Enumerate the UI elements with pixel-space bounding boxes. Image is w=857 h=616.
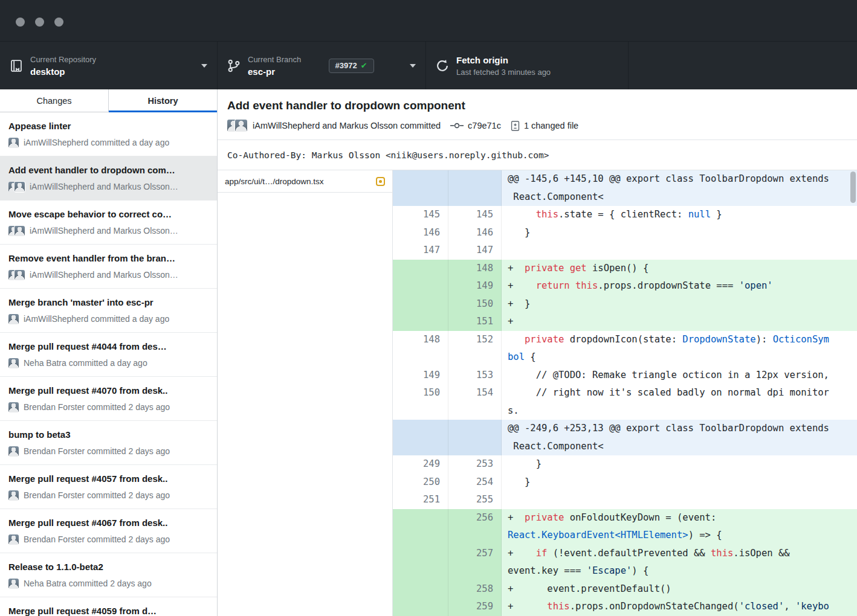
commit-meta: Brendan Forster committed 2 days ago <box>8 534 209 545</box>
avatar-group <box>8 446 19 457</box>
commit-list-item[interactable]: Move escape behavior to correct co…iAmWi… <box>0 201 217 245</box>
avatar-group <box>227 120 247 132</box>
old-line-number <box>393 598 448 616</box>
sidebar-tabs: Changes History <box>0 89 217 112</box>
diff-row-ctx: 249253 } <box>393 455 857 473</box>
branch-name: esc-pr <box>248 66 301 77</box>
commit-title: Merge pull request #4070 from desk.. <box>8 385 209 397</box>
old-line-number: 146 <box>393 224 448 242</box>
repo-icon <box>10 59 23 72</box>
old-line-number <box>393 509 448 545</box>
diff-code-line: @@ -145,6 +145,10 @@ export class Toolba… <box>502 170 857 206</box>
diff-code-line <box>502 242 857 260</box>
commit-list-item[interactable]: Merge pull request #4044 from des…Neha B… <box>0 333 217 377</box>
commit-meta-text: iAmWillShepherd and Markus Olsson… <box>30 269 178 281</box>
commit-title: Appease linter <box>8 120 209 132</box>
new-line-number: 145 <box>448 206 502 224</box>
toolbar-spacer <box>629 42 857 89</box>
diff-row-hunk: @@ -145,6 +145,10 @@ export class Toolba… <box>393 170 857 206</box>
fetch-origin-button[interactable]: Fetch origin Last fetched 3 minutes ago <box>426 42 629 89</box>
diff-row-add: 256+ private onFoldoutKeyDown = (event: … <box>393 509 857 545</box>
fetch-subtitle: Last fetched 3 minutes ago <box>456 68 551 77</box>
commit-meta-text: Brendan Forster committed 2 days ago <box>24 446 170 457</box>
new-line-number <box>448 170 502 206</box>
repository-name: desktop <box>30 66 96 77</box>
commit-list: Appease linteriAmWillShepherd committed … <box>0 112 217 616</box>
old-line-number <box>393 313 448 331</box>
commit-meta-text: Neha Batra committed a day ago <box>24 358 147 369</box>
old-line-number: 148 <box>393 331 448 367</box>
diff-row-hunk: @@ -249,6 +253,13 @@ export class Toolba… <box>393 420 857 455</box>
toolbar: Current Repository desktop Current Branc… <box>0 41 857 89</box>
new-line-number: 147 <box>448 242 502 260</box>
close-button[interactable] <box>16 18 25 27</box>
commit-meta: iAmWillShepherd and Markus Olsson… <box>8 269 209 281</box>
avatar-group <box>8 138 19 148</box>
avatar <box>8 314 19 324</box>
commit-byline: iAmWillShepherd and Markus Olsson commit… <box>227 120 847 132</box>
commit-meta: iAmWillShepherd committed a day ago <box>8 313 209 325</box>
diff-row-add: 259+ this.props.onDropdownStateChanged('… <box>393 598 857 616</box>
file-list-item[interactable]: app/src/ui/t…/dropdown.tsx <box>218 170 392 193</box>
commit-list-item[interactable]: Remove event handler from the bran…iAmWi… <box>0 245 217 289</box>
diff-row-add: 148+ private get isOpen() { <box>393 260 857 278</box>
avatar <box>8 446 19 457</box>
commit-meta-text: iAmWillShepherd and Markus Olsson… <box>30 181 178 193</box>
commit-list-item[interactable]: Merge pull request #4059 from d… <box>0 597 217 616</box>
commit-list-item[interactable]: bump to beta3Brendan Forster committed 2… <box>0 421 217 465</box>
old-line-number <box>393 277 448 295</box>
commit-title: Merge pull request #4057 from desk.. <box>8 473 209 485</box>
tab-changes[interactable]: Changes <box>0 89 108 112</box>
avatar <box>235 120 247 132</box>
avatar <box>8 138 19 148</box>
old-line-number: 149 <box>393 367 448 385</box>
old-line-number <box>393 420 448 455</box>
commit-meta: Neha Batra committed a day ago <box>8 358 209 369</box>
title-bar <box>0 0 857 41</box>
diff-row-ctx: 147147 <box>393 242 857 260</box>
chevron-down-icon <box>201 64 207 68</box>
old-line-number: 250 <box>393 473 448 492</box>
commit-meta: Brendan Forster committed 2 days ago <box>8 490 209 501</box>
commit-sha: c79e71c <box>468 121 501 130</box>
current-repository-button[interactable]: Current Repository desktop <box>0 42 218 89</box>
old-line-number <box>393 545 448 580</box>
avatar <box>15 270 25 280</box>
commit-title: Merge pull request #4044 from des… <box>8 341 209 353</box>
repository-label: Current Repository <box>30 55 96 64</box>
minimize-button[interactable] <box>35 18 44 27</box>
pr-number: #3972 <box>335 61 357 70</box>
diff-code-line: } <box>502 224 857 242</box>
commit-list-item[interactable]: Release to 1.1.0-beta2Neha Batra committ… <box>0 553 217 597</box>
avatar <box>8 534 19 545</box>
diff-code-line: + return this.props.dropdownState === 'o… <box>502 277 857 295</box>
new-line-number: 253 <box>448 455 502 473</box>
commit-list-item[interactable]: Merge branch 'master' into esc-priAmWill… <box>0 289 217 333</box>
commit-list-item[interactable]: Merge pull request #4067 from desk..Bren… <box>0 509 217 553</box>
commit-meta: Brendan Forster committed 2 days ago <box>8 446 209 457</box>
commit-list-item[interactable]: Merge pull request #4057 from desk..Bren… <box>0 465 217 509</box>
tab-history[interactable]: History <box>108 89 217 112</box>
commit-meta: iAmWillShepherd committed a day ago <box>8 137 209 149</box>
commit-title: Merge pull request #4067 from desk.. <box>8 517 209 529</box>
commit-authors: iAmWillShepherd and Markus Olsson commit… <box>253 121 441 130</box>
old-line-number <box>393 580 448 598</box>
commit-list-item[interactable]: Appease linteriAmWillShepherd committed … <box>0 112 217 156</box>
old-line-number: 147 <box>393 242 448 260</box>
commit-list-item[interactable]: Add event handler to dropdown com…iAmWil… <box>0 156 217 201</box>
old-line-number: 249 <box>393 455 448 473</box>
commit-title: Remove event handler from the bran… <box>8 252 209 265</box>
diff-code-line: this.state = { clientRect: null } <box>502 206 857 224</box>
diff-code-line: + this.props.onDropdownStateChanged('clo… <box>502 598 857 616</box>
old-line-number <box>393 260 448 278</box>
commit-list-item[interactable]: Merge pull request #4070 from desk..Bren… <box>0 377 217 421</box>
commit-title-heading: Add event handler to dropdown component <box>227 98 847 113</box>
zoom-button[interactable] <box>54 18 63 27</box>
diff-code-line: } <box>502 473 857 492</box>
commit-meta-text: iAmWillShepherd committed a day ago <box>24 137 169 149</box>
changed-files-list: app/src/ui/t…/dropdown.tsx <box>218 170 393 616</box>
vertical-scrollbar-thumb[interactable] <box>850 172 856 203</box>
diff-code-line: } <box>502 455 857 473</box>
current-branch-button[interactable]: Current Branch esc-pr #3972 ✔ <box>218 42 426 89</box>
sidebar: Changes History Appease linteriAmWillShe… <box>0 89 218 616</box>
